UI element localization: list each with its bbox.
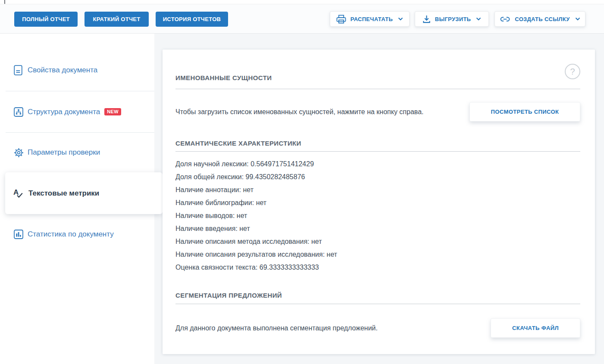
- sidebar-item-document-statistics[interactable]: Статистика по документу: [0, 214, 154, 254]
- sidebar-item-document-structure[interactable]: Структура документа NEW: [0, 91, 154, 132]
- view-list-button[interactable]: ПОСМОТРЕТЬ СПИСОК: [469, 102, 580, 121]
- metric-row: Доля общей лексики: 99.4350282485876: [175, 171, 337, 184]
- semantic-characteristics-title: СЕМАНТИЧЕСКИЕ ХАРАКТЕРИСТИКИ: [175, 140, 301, 147]
- create-link-button[interactable]: СОЗДАТЬ ССЫЛКУ: [494, 11, 585, 27]
- sidebar-item-label: Свойства документа: [28, 66, 97, 75]
- chevron-down-icon: [398, 17, 403, 21]
- metric-separator: :: [323, 251, 327, 258]
- segmentation-description: Для данного документа выполнена сегмента…: [175, 324, 378, 332]
- segmentation-row: Для данного документа выполнена сегмента…: [175, 318, 580, 338]
- metric-value: 0.564971751412429: [250, 160, 314, 168]
- print-button[interactable]: РАСПЕЧАТАТЬ: [330, 11, 410, 27]
- metric-value: нет: [311, 238, 322, 245]
- metric-separator: :: [242, 173, 246, 180]
- metric-row: Доля научной лексики: 0.564971751412429: [175, 158, 337, 171]
- metric-value: нет: [239, 225, 250, 232]
- download-file-button[interactable]: СКАЧАТЬ ФАЙЛ: [491, 318, 580, 338]
- text-check-icon: A: [13, 188, 25, 199]
- metric-label: Доля научной лексики: [175, 160, 247, 168]
- short-report-button[interactable]: КРАТКИЙ ОТЧЕТ: [84, 12, 149, 27]
- metric-separator: :: [233, 212, 237, 219]
- print-button-label: РАСПЕЧАТАТЬ: [351, 16, 393, 22]
- segmentation-title: СЕГМЕНТАЦИЯ ПРЕДЛОЖЕНИЙ: [175, 292, 282, 299]
- semantic-metrics-list: Доля научной лексики: 0.564971751412429 …: [175, 158, 337, 274]
- metric-separator: :: [252, 199, 256, 206]
- chevron-down-icon: [476, 17, 481, 21]
- report-toolbar: ПОЛНЫЙ ОТЧЕТ КРАТКИЙ ОТЧЕТ ИСТОРИЯ ОТЧЕТ…: [0, 4, 604, 34]
- question-mark-icon: ?: [570, 67, 575, 77]
- structure-icon: [14, 107, 24, 117]
- full-report-button[interactable]: ПОЛНЫЙ ОТЧЕТ: [14, 12, 78, 27]
- metric-separator: :: [235, 225, 239, 232]
- svg-text:A: A: [13, 188, 19, 196]
- section-divider: [175, 151, 580, 152]
- sidebar: Свойства документа Структура документа N…: [0, 34, 154, 364]
- metric-value: нет: [243, 186, 253, 193]
- sidebar-item-label: Структура документа: [28, 108, 100, 116]
- metric-separator: :: [307, 238, 311, 245]
- metric-separator: :: [256, 264, 260, 271]
- metric-label: Наличие введения: [175, 225, 235, 232]
- sidebar-item-check-parameters[interactable]: Параметры проверки: [0, 133, 154, 172]
- section-divider: [175, 304, 580, 304]
- named-entities-description: Чтобы загрузить список именованных сущно…: [175, 108, 424, 116]
- metric-label: Наличие описания результатов исследовани…: [175, 251, 323, 258]
- section-divider: [175, 89, 580, 89]
- new-badge: NEW: [104, 108, 121, 115]
- report-history-button[interactable]: ИСТОРИЯ ОТЧЕТОВ: [156, 12, 228, 27]
- sidebar-item-label: Параметры проверки: [28, 148, 100, 157]
- sidebar-item-text-metrics[interactable]: A Текстовые метрики: [5, 172, 163, 214]
- metric-label: Наличие описания метода исследования: [175, 238, 307, 245]
- gear-icon: [14, 148, 24, 158]
- named-entities-row: Чтобы загрузить список именованных сущно…: [175, 102, 580, 121]
- sidebar-item-label: Текстовые метрики: [28, 189, 99, 198]
- text-metrics-panel: ? ИМЕНОВАННЫЕ СУЩНОСТИ Чтобы загрузить с…: [163, 50, 595, 354]
- document-icon: [14, 65, 24, 75]
- metric-value: 69.3333333333333: [260, 264, 319, 271]
- metric-row: Наличие описания метода исследования: не…: [175, 235, 337, 248]
- metric-row: Оценка связности текста: 69.333333333333…: [175, 261, 337, 274]
- metric-label: Наличие выводов: [175, 212, 233, 219]
- metric-label: Доля общей лексики: [175, 173, 242, 180]
- sidebar-item-document-properties[interactable]: Свойства документа: [0, 50, 154, 91]
- sidebar-item-label: Статистика по документу: [28, 230, 114, 239]
- metric-value: нет: [237, 212, 247, 219]
- metric-label: Наличие библиографии: [175, 199, 252, 206]
- metric-value: нет: [256, 199, 267, 206]
- metric-separator: :: [247, 160, 250, 168]
- download-icon: [422, 15, 431, 24]
- metric-row: Наличие выводов: нет: [175, 209, 337, 222]
- chevron-down-icon: [575, 17, 580, 21]
- metric-row: Наличие аннотации: нет: [175, 184, 337, 196]
- named-entities-title: ИМЕНОВАННЫЕ СУЩНОСТИ: [175, 74, 272, 81]
- screen-edge-artifact: [4, 0, 5, 4]
- export-button[interactable]: ВЫГРУЗИТЬ: [415, 11, 489, 27]
- metric-row: Наличие введения: нет: [175, 222, 337, 235]
- help-button[interactable]: ?: [565, 64, 580, 79]
- printer-icon: [336, 15, 346, 24]
- metric-label: Оценка связности текста: [175, 264, 256, 271]
- metric-label: Наличие аннотации: [175, 186, 239, 193]
- metric-row: Наличие описания результатов исследовани…: [175, 248, 337, 261]
- link-icon: [500, 16, 510, 23]
- export-button-label: ВЫГРУЗИТЬ: [435, 16, 471, 22]
- metric-value: нет: [327, 251, 338, 258]
- metric-row: Наличие библиографии: нет: [175, 196, 337, 209]
- bar-chart-icon: [14, 230, 24, 239]
- create-link-button-label: СОЗДАТЬ ССЫЛКУ: [515, 16, 570, 22]
- metric-value: 99.4350282485876: [246, 173, 305, 180]
